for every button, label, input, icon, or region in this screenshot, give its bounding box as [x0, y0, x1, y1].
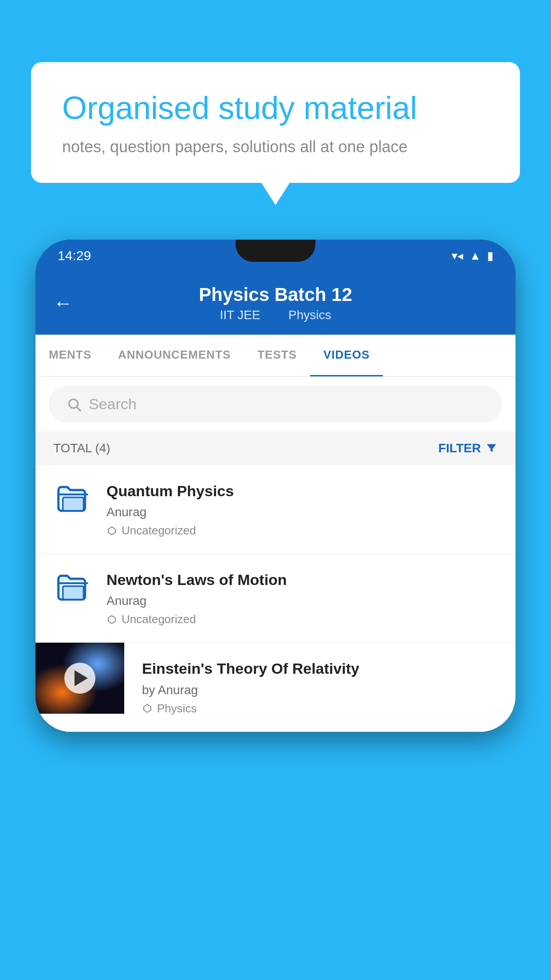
- search-icon: [67, 397, 82, 412]
- status-time: 14:29: [58, 248, 91, 263]
- speech-bubble: Organised study material notes, question…: [31, 62, 520, 183]
- play-button[interactable]: [64, 663, 95, 694]
- video-tag: Uncategorized: [106, 524, 498, 537]
- header-subtitle: IIT JEE Physics: [215, 308, 335, 322]
- tag-label: Uncategorized: [122, 612, 196, 626]
- tag-label: Physics: [157, 702, 197, 715]
- status-icons: ▾◂ ▲ ▮: [452, 249, 493, 263]
- folder-icon-container: [53, 481, 93, 517]
- list-item[interactable]: Einstein's Theory Of Relativity by Anura…: [35, 643, 516, 731]
- tag-label: Uncategorized: [122, 524, 196, 537]
- tab-bar: MENTS ANNOUNCEMENTS TESTS VIDEOS: [35, 335, 516, 377]
- tab-tests[interactable]: TESTS: [244, 335, 310, 376]
- filter-button[interactable]: FILTER: [438, 441, 498, 455]
- video-author: Anurag: [106, 594, 498, 608]
- filter-label: FILTER: [438, 441, 481, 455]
- search-placeholder: Search: [89, 395, 137, 413]
- video-info: Newton's Laws of Motion Anurag Uncategor…: [106, 570, 498, 626]
- app-header: ← Physics Batch 12 IIT JEE Physics: [35, 272, 516, 335]
- battery-icon: ▮: [487, 249, 493, 263]
- svg-line-1: [77, 407, 80, 411]
- video-author: by Anurag: [142, 683, 498, 697]
- list-item[interactable]: Newton's Laws of Motion Anurag Uncategor…: [35, 554, 516, 643]
- subtitle-iitjee: IIT JEE: [220, 308, 260, 322]
- video-title: Einstein's Theory Of Relativity: [142, 659, 498, 678]
- filter-icon: [485, 442, 498, 454]
- play-triangle-icon: [75, 670, 88, 686]
- video-thumbnail: [35, 643, 124, 714]
- tab-announcements[interactable]: ANNOUNCEMENTS: [105, 335, 244, 376]
- tab-ments[interactable]: MENTS: [35, 335, 105, 376]
- back-button[interactable]: ←: [53, 292, 73, 314]
- tag-icon: [106, 614, 117, 625]
- tag-icon: [142, 703, 153, 714]
- video-title: Quantum Physics: [106, 481, 498, 501]
- speech-bubble-container: Organised study material notes, question…: [31, 62, 520, 183]
- phone-mockup: 14:29 ▾◂ ▲ ▮ ← Physics Batch 12 IIT JEE …: [35, 240, 516, 980]
- folder-icon: [55, 481, 91, 517]
- phone-body: 14:29 ▾◂ ▲ ▮ ← Physics Batch 12 IIT JEE …: [35, 240, 516, 732]
- video-title: Newton's Laws of Motion: [106, 570, 498, 589]
- header-title: Physics Batch 12: [199, 284, 352, 305]
- svg-rect-2: [63, 498, 84, 511]
- bubble-title: Organised study material: [62, 89, 489, 127]
- video-tag: Uncategorized: [106, 612, 498, 626]
- search-container: Search: [35, 377, 516, 431]
- folder-icon-container: [53, 570, 93, 605]
- wifi-icon: ▾◂: [452, 249, 463, 263]
- video-author: Anurag: [106, 505, 498, 519]
- total-count: TOTAL (4): [53, 441, 110, 455]
- video-info: Quantum Physics Anurag Uncategorized: [106, 481, 498, 537]
- signal-icon: ▲: [469, 249, 481, 263]
- bubble-subtitle: notes, question papers, solutions all at…: [62, 138, 489, 156]
- tag-icon: [106, 526, 117, 536]
- svg-rect-3: [63, 586, 84, 600]
- notch: [236, 240, 315, 262]
- video-tag: Physics: [142, 702, 498, 715]
- subtitle-sep: [273, 308, 280, 322]
- list-item[interactable]: Quantum Physics Anurag Uncategorized: [35, 465, 516, 554]
- status-bar: 14:29 ▾◂ ▲ ▮: [35, 240, 516, 272]
- video-list: Quantum Physics Anurag Uncategorized: [35, 465, 516, 732]
- video-info: Einstein's Theory Of Relativity by Anura…: [124, 643, 516, 731]
- filter-bar: TOTAL (4) FILTER: [35, 431, 516, 465]
- search-bar[interactable]: Search: [49, 386, 502, 423]
- folder-icon: [55, 570, 91, 605]
- tab-videos[interactable]: VIDEOS: [310, 335, 383, 376]
- subtitle-physics: Physics: [288, 308, 331, 322]
